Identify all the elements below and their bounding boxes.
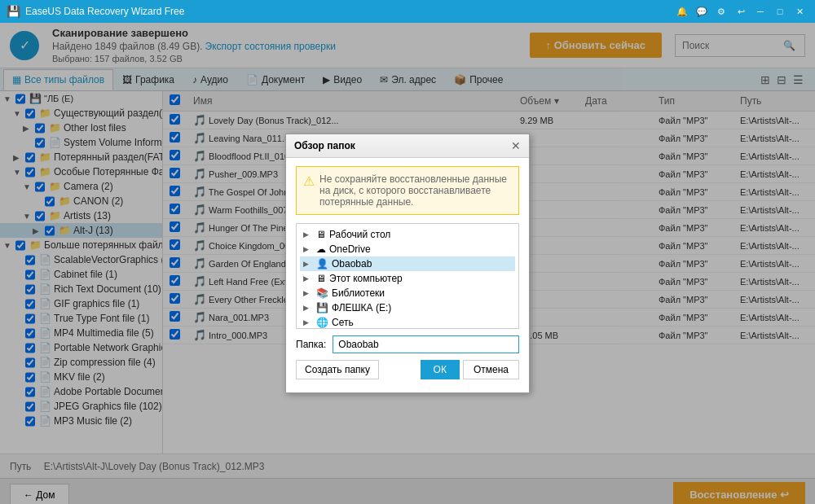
dialog-tree[interactable]: ▶ 🖥 Рабочий стол ▶ ☁ OneDrive ▶ 👤 Obaoba… [296, 223, 519, 329]
titlebar: 💾 EaseUS Data Recovery Wizard Free 🔔 💬 ⚙… [0, 0, 815, 23]
restore-icon-btn[interactable]: ↩ [732, 4, 750, 19]
tree-toggle-icon: ▶ [303, 260, 313, 268]
dialog-overlay: Обзор папок ✕ ⚠ Не сохраняйте восстановл… [0, 23, 815, 504]
warning-icon: ⚠ [303, 173, 315, 189]
chat-icon-btn[interactable]: 💬 [693, 4, 711, 19]
desktop-icon: 🖥 [316, 229, 326, 240]
dialog-body: ⚠ Не сохраняйте восстановленные данные н… [286, 158, 529, 392]
app-title: EaseUS Data Recovery Wizard Free [25, 6, 184, 17]
dialog-cancel-button[interactable]: Отмена [463, 360, 519, 379]
folder-label: Папка: [296, 339, 326, 350]
dialog-tree-label: Рабочий стол [329, 229, 390, 240]
tree-toggle-icon: ▶ [303, 230, 313, 239]
dialog-tree-label: OneDrive [329, 243, 371, 255]
alert-icon-btn[interactable]: 🔔 [673, 4, 691, 19]
user-icon: 👤 [316, 258, 328, 270]
pc-icon: 🖥 [316, 273, 326, 284]
dialog-close-button[interactable]: ✕ [511, 139, 521, 152]
settings-icon-btn[interactable]: ⚙ [712, 4, 730, 19]
dialog-tree-flashdrive[interactable]: ▶ 💾 ФЛЕШКА (Е:) [300, 300, 515, 315]
tree-toggle-icon: ▶ [303, 304, 313, 312]
dialog-tree-network[interactable]: ▶ 🌐 Сеть [300, 315, 515, 329]
titlebar-buttons: 🔔 💬 ⚙ ↩ ─ □ ✕ [673, 4, 808, 19]
dialog-tree-label: Сеть [332, 317, 354, 328]
dialog-tree-thispc[interactable]: ▶ 🖥 Этот компьютер [300, 271, 515, 286]
dialog-tree-label: Obaobab [332, 258, 372, 270]
app-logo-icon: 💾 [7, 5, 20, 18]
dialog-buttons: Создать папку ОК Отмена [296, 360, 519, 384]
dialog-btn-group: ОК Отмена [421, 360, 519, 379]
flashdrive-icon: 💾 [316, 302, 328, 313]
dialog-tree-desktop[interactable]: ▶ 🖥 Рабочий стол [300, 227, 515, 242]
dialog-tree-label: Этот компьютер [329, 273, 403, 284]
folder-name-input[interactable] [333, 335, 519, 353]
folder-row: Папка: [296, 335, 519, 353]
tree-toggle-icon: ▶ [303, 274, 313, 283]
dialog-tree-obaobab[interactable]: ▶ 👤 Obaobab [300, 256, 515, 271]
create-folder-button[interactable]: Создать папку [296, 360, 379, 379]
warning-text: Не сохраняйте восстановленные данные на … [319, 173, 512, 208]
tree-toggle-icon: ▶ [303, 245, 313, 253]
library-icon: 📚 [316, 287, 328, 299]
dialog-title-text: Обзор папок [294, 140, 355, 151]
network-icon: 🌐 [316, 317, 328, 328]
dialog-ok-button[interactable]: ОК [421, 360, 460, 379]
dialog-warning: ⚠ Не сохраняйте восстановленные данные н… [296, 166, 519, 215]
minimize-btn[interactable]: ─ [751, 4, 769, 19]
dialog-tree-label: Библиотеки [332, 287, 385, 299]
close-btn[interactable]: ✕ [791, 4, 808, 19]
dialog-title-bar: Обзор папок ✕ [286, 134, 529, 158]
maximize-btn[interactable]: □ [771, 4, 789, 19]
tree-toggle-icon: ▶ [303, 318, 313, 327]
dialog-tree-onedrive[interactable]: ▶ ☁ OneDrive [300, 242, 515, 256]
dialog-tree-label: ФЛЕШКА (Е:) [332, 302, 391, 313]
onedrive-icon: ☁ [316, 243, 326, 255]
dialog-tree-libraries[interactable]: ▶ 📚 Библиотеки [300, 286, 515, 300]
titlebar-left: 💾 EaseUS Data Recovery Wizard Free [7, 5, 184, 18]
tree-toggle-icon: ▶ [303, 289, 313, 297]
browse-folder-dialog: Обзор папок ✕ ⚠ Не сохраняйте восстановл… [285, 134, 530, 393]
